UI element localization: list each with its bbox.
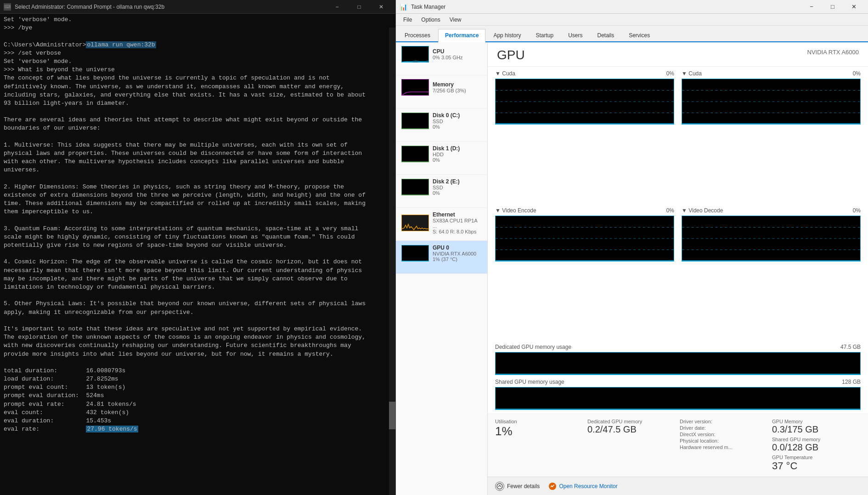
- cuda1-label: ▼ Cuda: [495, 70, 515, 77]
- cmd-output-line: >>> /set verbose: [4, 49, 392, 57]
- hw-reserved-label: Hardware reserved m...: [680, 444, 768, 450]
- cmd-output-line: may be incomplete, and there might be pa…: [4, 275, 392, 283]
- tab-users[interactable]: Users: [561, 29, 589, 41]
- tm-menu-file[interactable]: File: [400, 16, 416, 24]
- tab-startup[interactable]: Startup: [529, 29, 560, 41]
- cmd-output-line: [4, 108, 392, 116]
- utilisation-value: 1%: [495, 424, 584, 438]
- tm-menubar: File Options View: [396, 14, 868, 26]
- cuda2-chart: [682, 79, 861, 125]
- disk2-sub: SSD: [433, 185, 460, 190]
- disk2-label: Disk 2 (E:): [433, 178, 460, 185]
- cmd-output-line: 93 billion light-years in diameter.: [4, 99, 392, 108]
- resource-item-gpu0[interactable]: GPU 0 NVIDIA RTX A6000 1% (37 °C): [396, 241, 487, 274]
- tm-close-button[interactable]: ✕: [843, 0, 864, 14]
- cmd-highlight: ollama run qwen:32b: [86, 41, 156, 48]
- utilisation-label: Utilisation: [495, 419, 584, 424]
- open-resource-monitor-button[interactable]: Open Resource Monitor: [549, 483, 617, 490]
- cmd-eval-rate-highlight: 27.96 tokens/s: [86, 426, 138, 432]
- resource-item-ethernet[interactable]: Ethernet SX83A CPU1 RP1A ... S: 64.0 R: …: [396, 208, 487, 241]
- cmd-output-line: 2. Higher Dimensions: Some theories in p…: [4, 183, 392, 191]
- vencode-pct: 0%: [666, 207, 674, 214]
- ethernet-sub: SX83A CPU1 RP1A ...: [433, 218, 482, 229]
- cmd-window-controls: − □ ✕: [327, 0, 392, 14]
- resource-item-disk1[interactable]: Disk 1 (D:) HDD 0%: [396, 142, 487, 175]
- cmd-scrollbar-thumb[interactable]: [389, 402, 395, 429]
- cmd-scrollbar[interactable]: [389, 28, 395, 495]
- disk1-label: Disk 1 (D:): [433, 145, 460, 152]
- cmd-output-line: time. These additional dimensions may be…: [4, 199, 392, 208]
- cmd-close-button[interactable]: ✕: [371, 0, 392, 14]
- fewer-details-label: Fewer details: [507, 483, 540, 489]
- cmd-maximize-button[interactable]: □: [349, 0, 370, 14]
- svg-point-12: [497, 484, 502, 489]
- tm-main-title: GPU: [497, 48, 525, 63]
- shared-gpu-mem-section: Shared GPU memory usage 128 GB: [495, 379, 861, 410]
- cmd-output-line: 3. Quantum Foam: According to some inter…: [4, 225, 392, 233]
- chart-section-cuda1: ▼ Cuda 0%: [495, 70, 674, 204]
- cmd-output-line: including stars, galaxies, and everythin…: [4, 91, 392, 99]
- cmd-output-line: Set 'verbose' mode.: [4, 57, 392, 66]
- cmd-output-line: There are several ideas and theories tha…: [4, 116, 392, 124]
- cmd-output-line: Set 'verbose' mode.: [4, 16, 392, 24]
- resource-item-memory[interactable]: Memory 7/256 GB (3%): [396, 75, 487, 108]
- tm-sidebar: CPU 0% 3.05 GHz Memory 7/256 GB (3%): [396, 42, 488, 495]
- cmd-stat-eval-rate: eval rate: 27.96 tokens/s: [4, 425, 392, 433]
- cmd-icon: ⌨: [4, 3, 11, 11]
- cmd-minimize-button[interactable]: −: [327, 0, 348, 14]
- vdecode-chart: [682, 216, 861, 262]
- tab-details[interactable]: Details: [590, 29, 621, 41]
- tab-performance[interactable]: Performance: [438, 29, 485, 42]
- cmd-output-line: 4. Cosmic Horizon: The edge of the obser…: [4, 258, 392, 266]
- cmd-output-line: [4, 358, 392, 367]
- tab-processes[interactable]: Processes: [398, 29, 437, 41]
- cmd-stat-eval-count: eval count: 432 token(s): [4, 409, 392, 417]
- cmd-stat-prompt-eval-duration: prompt eval duration: 524ms: [4, 392, 392, 400]
- gpu-mem-value: 0.3/175 GB: [772, 424, 861, 435]
- resource-item-cpu[interactable]: CPU 0% 3.05 GHz: [396, 42, 487, 75]
- gpu0-value: 1% (37 °C): [433, 256, 476, 262]
- tm-menu-options[interactable]: Options: [417, 16, 444, 24]
- tm-menu-view[interactable]: View: [446, 16, 465, 24]
- cmd-output-line: [4, 175, 392, 183]
- shared-mem-chart: [495, 387, 861, 410]
- dedicated-mem-label: Dedicated GPU memory usage: [495, 344, 571, 350]
- cmd-titlebar: ⌨ Select Administrator: Command Prompt -…: [0, 0, 395, 14]
- gpu-mem-label: GPU Memory: [772, 419, 861, 424]
- memory-label: Memory: [433, 81, 466, 88]
- tm-minimize-button[interactable]: −: [801, 0, 822, 14]
- tab-services[interactable]: Services: [622, 29, 657, 41]
- resource-item-disk0[interactable]: Disk 0 (C:) SSD 0%: [396, 108, 487, 142]
- tm-stats-bar: Utilisation 1% Dedicated GPU memory 0.2/…: [488, 414, 868, 477]
- tab-app-history[interactable]: App history: [486, 29, 528, 41]
- shared-mem-label: Shared GPU memory usage: [495, 379, 564, 385]
- cuda1-chart: [495, 79, 674, 125]
- resource-item-disk2[interactable]: Disk 2 (E:) SSD 0%: [396, 175, 487, 208]
- gpu-temp-label: GPU Temperature: [772, 455, 861, 460]
- cmd-content-area[interactable]: Set 'verbose' mode. >>> /bye C:\Users\Ad…: [0, 14, 395, 495]
- cmd-output-line: [4, 250, 392, 258]
- cmd-output-line: 1. Multiverse: This idea suggests that t…: [4, 141, 392, 149]
- disk2-value: 0%: [433, 190, 460, 196]
- ded-gpu-mem-value: 0.2/47.5 GB: [587, 424, 676, 435]
- tm-titlebar: 📊 Task Manager − □ ✕: [396, 0, 868, 14]
- dedicated-mem-chart: [495, 352, 861, 375]
- vdecode-pct: 0%: [853, 207, 861, 214]
- tm-tabs: Processes Performance App history Startu…: [396, 26, 868, 42]
- resource-monitor-icon: [549, 483, 556, 490]
- cmd-output-line: universes.: [4, 166, 392, 174]
- cmd-output-line: with new discoveries continually reshapi…: [4, 341, 392, 350]
- cmd-output-line: boundaries of our universe:: [4, 124, 392, 132]
- cmd-stat-load-duration: load duration: 27.8252ms: [4, 375, 392, 383]
- cpu-label: CPU: [433, 48, 462, 55]
- tm-maximize-button[interactable]: □: [822, 0, 843, 14]
- cpu-value: 0% 3.05 GHz: [433, 55, 462, 60]
- cmd-output-line: them imperceptible to us.: [4, 208, 392, 216]
- dedicated-gpu-mem-section: Dedicated GPU memory usage 47.5 GB: [495, 344, 861, 375]
- ded-gpu-mem-label: Dedicated GPU memory: [587, 419, 676, 424]
- tm-body: CPU 0% 3.05 GHz Memory 7/256 GB (3%): [396, 42, 868, 495]
- cmd-output-line: necessarily mean that there isn't more s…: [4, 267, 392, 275]
- driver-date-label: Driver date:: [680, 425, 768, 431]
- fewer-details-button[interactable]: Fewer details: [495, 482, 540, 491]
- tm-footer: Fewer details Open Resource Monitor: [488, 477, 868, 495]
